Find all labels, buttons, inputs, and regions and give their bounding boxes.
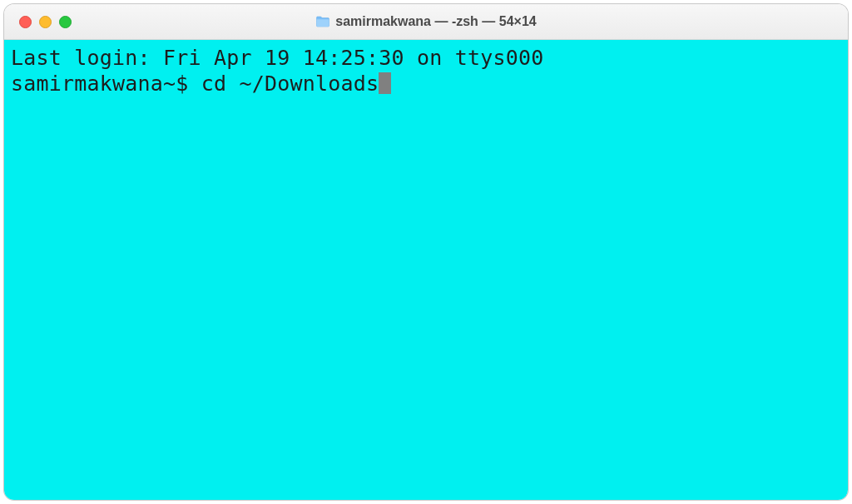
shell-prompt: samirmakwana~$ [11, 72, 201, 96]
traffic-lights [4, 16, 72, 28]
current-command: cd ~/Downloads [201, 72, 379, 96]
close-button[interactable] [19, 16, 32, 28]
cursor [379, 72, 391, 94]
folder-icon [315, 16, 330, 27]
titlebar[interactable]: samirmakwana — -zsh — 54×14 [4, 4, 848, 40]
terminal-body[interactable]: Last login: Fri Apr 19 14:25:30 on ttys0… [4, 40, 848, 500]
window-title-wrap: samirmakwana — -zsh — 54×14 [4, 14, 848, 29]
last-login-line: Last login: Fri Apr 19 14:25:30 on ttys0… [11, 46, 544, 70]
maximize-button[interactable] [59, 16, 72, 28]
prompt-line: samirmakwana~$ cd ~/Downloads [11, 72, 391, 96]
window-title: samirmakwana — -zsh — 54×14 [335, 14, 536, 29]
minimize-button[interactable] [39, 16, 52, 28]
terminal-window: samirmakwana — -zsh — 54×14 Last login: … [4, 4, 848, 500]
